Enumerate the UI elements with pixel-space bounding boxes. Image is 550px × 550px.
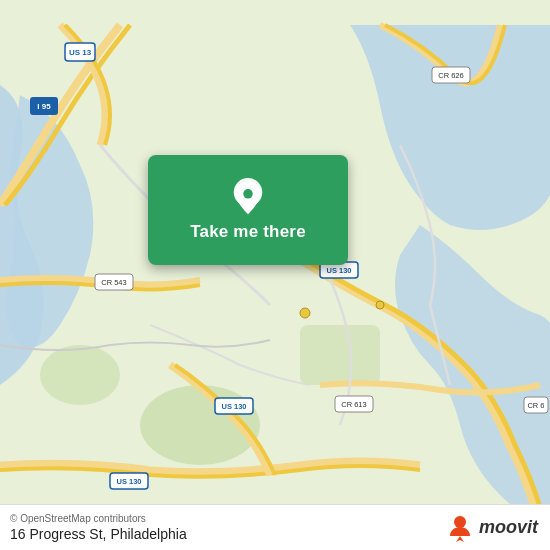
svg-text:CR 626: CR 626 [438, 71, 463, 80]
svg-text:CR 543: CR 543 [101, 278, 126, 287]
map-container: US 13 I 95 CR 543 US 130 US 130 US 130 C… [0, 0, 550, 550]
svg-text:I 95: I 95 [37, 102, 51, 111]
svg-text:US 130: US 130 [221, 402, 246, 411]
moovit-brand-text: moovit [479, 517, 538, 538]
svg-point-2 [40, 345, 120, 405]
action-card[interactable]: Take me there [148, 155, 348, 265]
svg-text:CR 613: CR 613 [341, 400, 366, 409]
svg-point-23 [376, 301, 384, 309]
take-me-there-button-label: Take me there [190, 222, 306, 242]
svg-rect-3 [300, 325, 380, 385]
svg-text:US 130: US 130 [116, 477, 141, 486]
svg-point-22 [300, 308, 310, 318]
svg-text:US 13: US 13 [69, 48, 92, 57]
svg-text:US 130: US 130 [326, 266, 351, 275]
osm-attribution: © OpenStreetMap contributors [10, 513, 187, 524]
svg-point-25 [243, 189, 253, 199]
svg-point-26 [454, 516, 466, 528]
bottom-bar: © OpenStreetMap contributors 16 Progress… [0, 504, 550, 550]
location-pin-icon [229, 178, 267, 216]
moovit-logo: moovit [446, 514, 538, 542]
address-label: 16 Progress St, Philadelphia [10, 526, 187, 542]
bottom-left-info: © OpenStreetMap contributors 16 Progress… [10, 513, 187, 542]
map-background: US 13 I 95 CR 543 US 130 US 130 US 130 C… [0, 0, 550, 550]
moovit-brand-icon [446, 514, 474, 542]
svg-text:CR 6: CR 6 [527, 401, 544, 410]
